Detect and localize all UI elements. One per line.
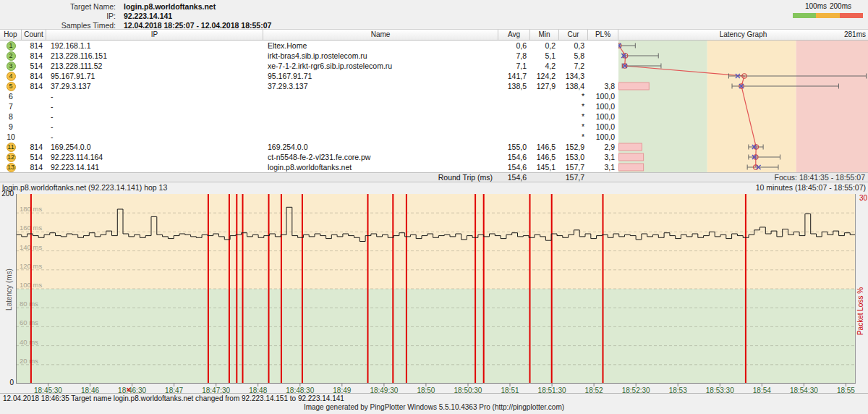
ip-cell: - xyxy=(46,122,263,132)
pl-cell: 3,1 xyxy=(588,152,618,162)
pl-cell xyxy=(588,61,618,71)
cur-cell: 152,9 xyxy=(559,142,588,152)
ip-cell: 169.254.0.0 xyxy=(46,142,263,152)
round-trip-row: Round Trip (ms) 154,6 157,7 Focus: 18:41… xyxy=(0,172,868,182)
min-cell: 5,1 xyxy=(530,51,559,61)
count-cell xyxy=(22,101,46,111)
timeline-graph: login.p8.worldoftanks.net (92.223.14.141… xyxy=(0,182,868,393)
col-header-latency-graph[interactable]: Latency Graph 281ms xyxy=(618,30,868,40)
hop-cell: 4 xyxy=(0,71,22,81)
name-cell: 95.167.91.71 xyxy=(263,71,498,81)
svg-text:40 ms: 40 ms xyxy=(20,338,38,346)
avg-cell: 155,0 xyxy=(498,142,530,152)
name-cell: irkt-bras4.sib.ip.rostelecom.ru xyxy=(263,51,498,61)
hop-number: 7 xyxy=(9,102,13,111)
avg-cell xyxy=(498,132,530,142)
ip-cell: 95.167.91.71 xyxy=(46,71,263,81)
pl-cell xyxy=(588,41,618,51)
pl-cell: 2,9 xyxy=(588,142,618,152)
ip-cell: - xyxy=(46,91,263,101)
name-cell xyxy=(263,111,498,122)
ip-cell: 213.228.111.52 xyxy=(46,61,263,71)
hop-number: 10 xyxy=(7,132,15,141)
ip-cell: - xyxy=(46,132,263,142)
cur-cell: 153,0 xyxy=(559,152,588,162)
ip-cell: - xyxy=(46,101,263,111)
hop-cell: 5 xyxy=(0,81,22,91)
col-header-min[interactable]: Min xyxy=(530,30,559,40)
col-header-avg[interactable]: Avg xyxy=(498,30,530,40)
count-cell: 814 xyxy=(22,41,46,51)
cur-cell: * xyxy=(559,101,588,111)
hop-badge: 3 xyxy=(7,62,16,71)
count-cell: 814 xyxy=(22,71,46,81)
count-cell xyxy=(22,111,46,122)
min-cell: 4,2 xyxy=(530,61,559,71)
round-trip-label: Round Trip (ms) xyxy=(263,173,498,182)
hop-cell: 1 xyxy=(0,41,22,51)
avg-cell: 141,7 xyxy=(498,71,530,81)
focus-range-label: Focus: 18:41:35 - 18:55:07 xyxy=(618,173,868,182)
loss-axis-title: Packet Loss % xyxy=(856,217,865,405)
hop-number: 9 xyxy=(9,122,13,131)
name-cell xyxy=(263,91,498,101)
avg-cell xyxy=(498,122,530,132)
min-cell xyxy=(530,122,559,132)
round-trip-cur: 157,7 xyxy=(559,173,588,182)
samples-label: Samples Timed: xyxy=(0,21,116,30)
ip-cell: 37.29.3.137 xyxy=(46,81,263,91)
min-cell xyxy=(530,91,559,101)
cur-cell: * xyxy=(559,91,588,101)
ip-cell: 213.228.116.151 xyxy=(46,51,263,61)
svg-text:80 ms: 80 ms xyxy=(20,300,38,308)
hop-cell: 8 xyxy=(0,111,22,122)
col-header-count[interactable]: Count xyxy=(22,30,46,40)
min-cell: 124,2 xyxy=(530,71,559,81)
hop-number: 8 xyxy=(9,112,13,121)
count-cell xyxy=(22,91,46,101)
pl-cell: 100,0 xyxy=(588,132,618,142)
min-cell: 127,9 xyxy=(530,81,559,91)
col-header-cur[interactable]: Cur xyxy=(559,30,588,40)
hop-badge: 12 xyxy=(7,153,16,162)
ip-cell: 92.223.14.141 xyxy=(46,162,263,172)
cur-cell: 7,2 xyxy=(559,61,588,71)
avg-cell xyxy=(498,111,530,122)
col-header-ip[interactable]: IP xyxy=(46,30,263,40)
avg-cell: 0,6 xyxy=(498,41,530,51)
pl-cell: 100,0 xyxy=(588,101,618,111)
name-cell xyxy=(263,132,498,142)
hop-badge: 13 xyxy=(7,163,16,172)
col-header-name[interactable]: Name xyxy=(263,30,498,40)
hop-badge: 2 xyxy=(7,51,16,61)
hop-cell: 2 xyxy=(0,51,22,61)
hop-cell: 11 xyxy=(0,142,22,152)
timeline-title: login.p8.worldoftanks.net (92.223.14.141… xyxy=(2,183,167,192)
ip-label: IP: xyxy=(0,12,116,20)
col-header-hop[interactable]: Hop xyxy=(0,30,22,40)
name-cell: 169.254.0.0 xyxy=(263,142,498,152)
legend-100ms-label: 100ms xyxy=(805,2,827,10)
ip-cell: 192.168.1.1 xyxy=(46,41,263,51)
y-axis-title: Latency (ms) xyxy=(5,195,14,384)
hop-cell: 12 xyxy=(0,152,22,162)
latency-color-legend: 100ms 200ms xyxy=(793,2,865,22)
count-cell xyxy=(22,122,46,132)
col-header-pl[interactable]: PL% xyxy=(588,30,618,40)
count-cell: 814 xyxy=(22,142,46,152)
svg-text:60 ms: 60 ms xyxy=(20,318,38,326)
generator-footer: Image generated by PingPlotter Windows 5… xyxy=(0,403,868,411)
min-cell: 146,5 xyxy=(530,142,559,152)
hop-cell: 10 xyxy=(0,132,22,142)
name-cell: 37.29.3.137 xyxy=(263,81,498,91)
loss-axis-max-label: 30 xyxy=(859,194,867,202)
legend-labels: 100ms 200ms xyxy=(793,2,865,12)
pl-cell xyxy=(588,51,618,61)
hop-number: 6 xyxy=(9,92,13,101)
avg-cell xyxy=(498,91,530,101)
timeline-plot-area[interactable]: 180 ms 160 ms 140 ms 120 ms 100 ms 80 ms… xyxy=(16,194,856,386)
cur-cell: * xyxy=(559,122,588,132)
cur-cell: 138,4 xyxy=(559,81,588,91)
count-cell: 814 xyxy=(22,51,46,61)
legend-segment xyxy=(793,13,816,18)
